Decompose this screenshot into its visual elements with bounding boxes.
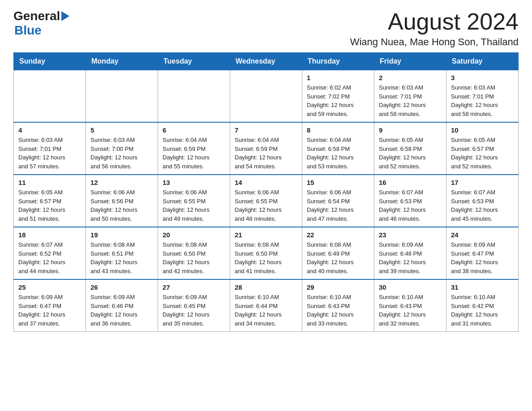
- day-info: Sunrise: 6:10 AM Sunset: 6:43 PM Dayligh…: [379, 294, 426, 327]
- logo: General Blue: [13, 9, 69, 38]
- calendar-empty-cell: [230, 70, 302, 123]
- calendar-day-18: 18Sunrise: 6:07 AM Sunset: 6:52 PM Dayli…: [14, 227, 86, 279]
- day-info: Sunrise: 6:09 AM Sunset: 6:47 PM Dayligh…: [18, 294, 65, 327]
- day-number: 1: [307, 74, 369, 81]
- calendar-day-15: 15Sunrise: 6:06 AM Sunset: 6:54 PM Dayli…: [302, 175, 374, 227]
- day-info: Sunrise: 6:09 AM Sunset: 6:46 PM Dayligh…: [90, 294, 137, 327]
- day-number: 3: [451, 74, 514, 81]
- calendar-day-16: 16Sunrise: 6:07 AM Sunset: 6:53 PM Dayli…: [374, 175, 446, 227]
- day-number: 30: [379, 283, 442, 291]
- calendar-day-22: 22Sunrise: 6:08 AM Sunset: 6:49 PM Dayli…: [302, 227, 374, 279]
- title-section: August 2024 Wiang Nuea, Mae Hong Son, Th…: [350, 9, 519, 48]
- calendar-day-6: 6Sunrise: 6:04 AM Sunset: 6:59 PM Daylig…: [158, 122, 230, 175]
- day-number: 12: [90, 179, 153, 186]
- weekday-header-row: SundayMondayTuesdayWednesdayThursdayFrid…: [14, 53, 519, 70]
- calendar-day-27: 27Sunrise: 6:09 AM Sunset: 6:45 PM Dayli…: [158, 279, 230, 332]
- day-number: 27: [163, 283, 225, 291]
- day-number: 25: [18, 283, 81, 291]
- calendar-week-row: 1Sunrise: 6:02 AM Sunset: 7:02 PM Daylig…: [14, 70, 519, 123]
- day-number: 28: [235, 283, 297, 291]
- calendar-day-13: 13Sunrise: 6:06 AM Sunset: 6:55 PM Dayli…: [158, 175, 230, 227]
- calendar-day-2: 2Sunrise: 6:03 AM Sunset: 7:01 PM Daylig…: [374, 70, 446, 123]
- day-info: Sunrise: 6:09 AM Sunset: 6:47 PM Dayligh…: [451, 241, 498, 274]
- day-info: Sunrise: 6:10 AM Sunset: 6:44 PM Dayligh…: [235, 294, 282, 327]
- calendar-day-28: 28Sunrise: 6:10 AM Sunset: 6:44 PM Dayli…: [230, 279, 302, 332]
- day-info: Sunrise: 6:08 AM Sunset: 6:50 PM Dayligh…: [235, 241, 282, 274]
- calendar-week-row: 11Sunrise: 6:05 AM Sunset: 6:57 PM Dayli…: [14, 175, 519, 227]
- calendar-table: SundayMondayTuesdayWednesdayThursdayFrid…: [13, 52, 519, 332]
- calendar-week-row: 18Sunrise: 6:07 AM Sunset: 6:52 PM Dayli…: [14, 227, 519, 279]
- calendar-day-8: 8Sunrise: 6:04 AM Sunset: 6:58 PM Daylig…: [302, 122, 374, 175]
- calendar-day-4: 4Sunrise: 6:03 AM Sunset: 7:01 PM Daylig…: [14, 122, 86, 175]
- day-info: Sunrise: 6:03 AM Sunset: 7:01 PM Dayligh…: [379, 84, 426, 117]
- calendar-empty-cell: [14, 70, 86, 123]
- weekday-header-friday: Friday: [374, 53, 446, 70]
- calendar-day-20: 20Sunrise: 6:08 AM Sunset: 6:50 PM Dayli…: [158, 227, 230, 279]
- day-number: 23: [379, 231, 442, 239]
- day-number: 8: [307, 126, 369, 134]
- calendar-day-7: 7Sunrise: 6:04 AM Sunset: 6:59 PM Daylig…: [230, 122, 302, 175]
- day-number: 4: [18, 126, 81, 134]
- day-info: Sunrise: 6:10 AM Sunset: 6:43 PM Dayligh…: [307, 294, 354, 327]
- day-number: 9: [379, 126, 442, 134]
- day-number: 26: [90, 283, 153, 291]
- day-info: Sunrise: 6:09 AM Sunset: 6:48 PM Dayligh…: [379, 241, 426, 274]
- calendar-day-30: 30Sunrise: 6:10 AM Sunset: 6:43 PM Dayli…: [374, 279, 446, 332]
- location-title: Wiang Nuea, Mae Hong Son, Thailand: [350, 36, 519, 48]
- calendar-day-5: 5Sunrise: 6:03 AM Sunset: 7:00 PM Daylig…: [86, 122, 158, 175]
- day-info: Sunrise: 6:07 AM Sunset: 6:53 PM Dayligh…: [379, 189, 426, 222]
- weekday-header-saturday: Saturday: [446, 53, 519, 70]
- day-info: Sunrise: 6:06 AM Sunset: 6:56 PM Dayligh…: [90, 189, 137, 222]
- day-number: 29: [307, 283, 369, 291]
- day-number: 14: [235, 179, 297, 186]
- day-info: Sunrise: 6:07 AM Sunset: 6:53 PM Dayligh…: [451, 189, 498, 222]
- day-info: Sunrise: 6:06 AM Sunset: 6:55 PM Dayligh…: [235, 189, 282, 222]
- logo-blue: Blue: [14, 23, 69, 38]
- day-info: Sunrise: 6:03 AM Sunset: 7:01 PM Dayligh…: [451, 84, 498, 117]
- day-info: Sunrise: 6:04 AM Sunset: 6:58 PM Dayligh…: [307, 137, 354, 170]
- day-number: 16: [379, 179, 442, 186]
- day-info: Sunrise: 6:10 AM Sunset: 6:42 PM Dayligh…: [451, 294, 498, 327]
- day-number: 15: [307, 179, 369, 186]
- calendar-day-31: 31Sunrise: 6:10 AM Sunset: 6:42 PM Dayli…: [446, 279, 519, 332]
- calendar-day-14: 14Sunrise: 6:06 AM Sunset: 6:55 PM Dayli…: [230, 175, 302, 227]
- day-info: Sunrise: 6:08 AM Sunset: 6:49 PM Dayligh…: [307, 241, 354, 274]
- calendar-empty-cell: [86, 70, 158, 123]
- weekday-header-thursday: Thursday: [302, 53, 374, 70]
- day-info: Sunrise: 6:04 AM Sunset: 6:59 PM Dayligh…: [235, 137, 282, 170]
- day-info: Sunrise: 6:02 AM Sunset: 7:02 PM Dayligh…: [307, 84, 354, 117]
- calendar-day-17: 17Sunrise: 6:07 AM Sunset: 6:53 PM Dayli…: [446, 175, 519, 227]
- month-title: August 2024: [350, 9, 519, 34]
- day-number: 18: [18, 231, 81, 239]
- logo-general: General: [13, 9, 60, 23]
- day-number: 24: [451, 231, 514, 239]
- day-number: 11: [18, 179, 81, 186]
- day-info: Sunrise: 6:03 AM Sunset: 7:00 PM Dayligh…: [90, 137, 137, 170]
- calendar-day-10: 10Sunrise: 6:05 AM Sunset: 6:57 PM Dayli…: [446, 122, 519, 175]
- page-header: General Blue August 2024 Wiang Nuea, Mae…: [13, 9, 519, 48]
- day-number: 31: [451, 283, 514, 291]
- day-number: 10: [451, 126, 514, 134]
- day-number: 7: [235, 126, 297, 134]
- day-number: 22: [307, 231, 369, 239]
- weekday-header-tuesday: Tuesday: [158, 53, 230, 70]
- calendar-day-26: 26Sunrise: 6:09 AM Sunset: 6:46 PM Dayli…: [86, 279, 158, 332]
- calendar-day-1: 1Sunrise: 6:02 AM Sunset: 7:02 PM Daylig…: [302, 70, 374, 123]
- calendar-empty-cell: [158, 70, 230, 123]
- weekday-header-monday: Monday: [86, 53, 158, 70]
- day-number: 5: [90, 126, 153, 134]
- day-info: Sunrise: 6:06 AM Sunset: 6:54 PM Dayligh…: [307, 189, 354, 222]
- calendar-day-3: 3Sunrise: 6:03 AM Sunset: 7:01 PM Daylig…: [446, 70, 519, 123]
- day-info: Sunrise: 6:07 AM Sunset: 6:52 PM Dayligh…: [18, 241, 65, 274]
- day-info: Sunrise: 6:05 AM Sunset: 6:57 PM Dayligh…: [451, 137, 498, 170]
- calendar-day-29: 29Sunrise: 6:10 AM Sunset: 6:43 PM Dayli…: [302, 279, 374, 332]
- day-info: Sunrise: 6:04 AM Sunset: 6:59 PM Dayligh…: [163, 137, 210, 170]
- day-number: 20: [163, 231, 225, 239]
- calendar-day-25: 25Sunrise: 6:09 AM Sunset: 6:47 PM Dayli…: [14, 279, 86, 332]
- calendar-week-row: 4Sunrise: 6:03 AM Sunset: 7:01 PM Daylig…: [14, 122, 519, 175]
- calendar-day-11: 11Sunrise: 6:05 AM Sunset: 6:57 PM Dayli…: [14, 175, 86, 227]
- day-number: 17: [451, 179, 514, 186]
- calendar-week-row: 25Sunrise: 6:09 AM Sunset: 6:47 PM Dayli…: [14, 279, 519, 332]
- day-info: Sunrise: 6:03 AM Sunset: 7:01 PM Dayligh…: [18, 137, 65, 170]
- calendar-day-23: 23Sunrise: 6:09 AM Sunset: 6:48 PM Dayli…: [374, 227, 446, 279]
